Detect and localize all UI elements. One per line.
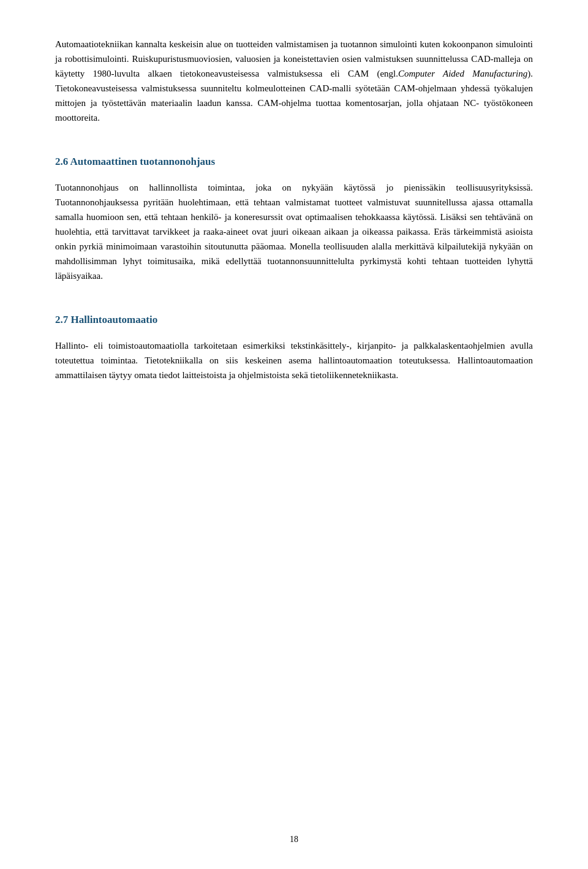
paragraph-2: Tuotannonohjaus on hallinnollista toimin… <box>55 180 533 283</box>
section-2-6-title: 2.6 Automaattinen tuotannonohjaus <box>55 154 533 169</box>
section-2-7-title: 2.7 Hallintoautomaatio <box>55 313 533 327</box>
page-number: 18 <box>290 835 298 844</box>
section-2-7: 2.7 Hallintoautomaatio Hallinto- eli toi… <box>55 313 533 382</box>
paragraph-1-italic: Computer Aided Manufacturing <box>398 69 527 78</box>
paragraph-3: Hallinto- eli toimistoautomaatiolla tark… <box>55 338 533 382</box>
page: Automaatiotekniikan kannalta keskeisin a… <box>0 0 588 869</box>
section-2-6: 2.6 Automaattinen tuotannonohjaus Tuotan… <box>55 154 533 283</box>
paragraph-1: Automaatiotekniikan kannalta keskeisin a… <box>55 37 533 125</box>
